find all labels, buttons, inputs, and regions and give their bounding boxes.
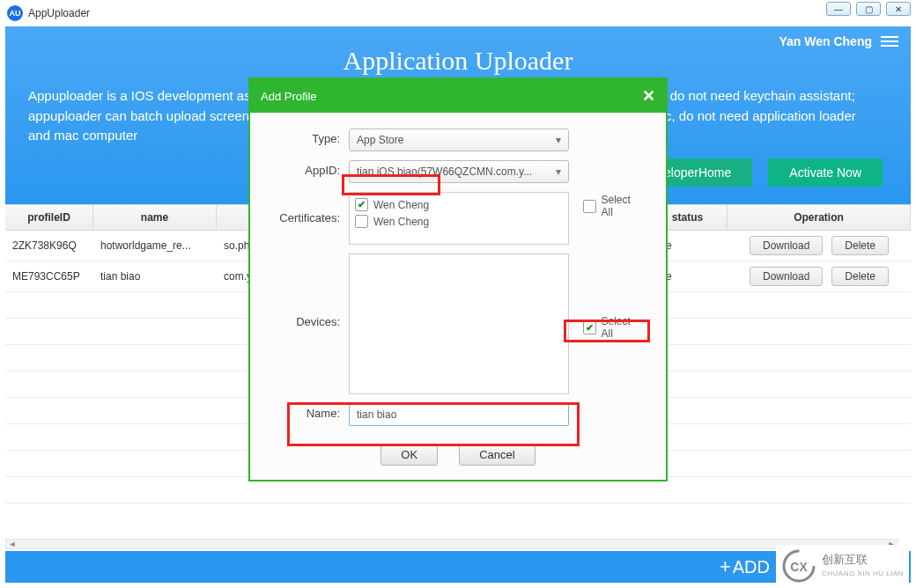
certs-select-all[interactable]: Select All [583,194,643,218]
checkbox-icon[interactable] [355,198,368,211]
add-profile-dialog: Add Profile ✕ Type: App Store AppID: tia… [248,77,668,481]
checkbox-icon[interactable] [583,200,596,213]
app-title: Application Uploader [28,46,888,76]
cert-label: Wen Cheng [373,216,429,228]
col-operation: Operation [728,205,911,230]
col-name: name [93,205,217,230]
type-label: Type: [273,129,349,145]
col-profileid: profileID [5,205,93,230]
cell-name: hotworldgame_re... [93,234,217,257]
add-bar[interactable]: + ADD [5,551,911,583]
devices-select-all[interactable]: Select All [583,315,643,340]
cell-id: 2ZK738K96Q [5,234,93,257]
close-icon[interactable]: ✕ [642,86,655,106]
ok-button[interactable]: OK [380,444,438,466]
user-name: Yan Wen Cheng [779,34,872,48]
devices-label: Devices: [273,254,349,328]
certificates-box: Wen Cheng Wen Cheng [349,192,569,245]
svg-text:CX: CX [790,560,808,574]
app-logo-icon: AU [7,5,23,21]
dialog-title: Add Profile [261,90,317,103]
delete-button[interactable]: Delete [831,267,889,286]
checkbox-icon[interactable] [583,321,596,334]
delete-button[interactable]: Delete [831,236,889,255]
horizontal-scrollbar[interactable]: ◄ ► [5,539,898,549]
select-all-label: Select All [602,315,643,340]
maximize-button[interactable]: ▢ [856,2,881,16]
scroll-left-icon[interactable]: ◄ [6,540,18,548]
close-window-button[interactable]: ✕ [886,2,911,16]
download-button[interactable]: Download [750,267,823,286]
activate-now-button[interactable]: Activate Now [768,158,883,187]
devices-box [349,254,569,394]
name-input[interactable] [349,403,569,426]
name-label: Name: [273,403,349,420]
window-titlebar: AU AppUploader — ▢ ✕ [0,0,916,26]
minimize-button[interactable]: — [826,2,851,16]
cell-id: ME793CC65P [5,265,93,288]
watermark-cn: 创新互联 [822,554,904,566]
window-title: AppUploader [28,7,90,19]
certificates-label: Certificates: [273,192,349,224]
add-label: ADD [733,557,770,577]
menu-icon[interactable] [881,33,898,49]
appid-select[interactable]: tian iOS biao(57W66QZCMN.com.y... [349,160,569,183]
cert-item[interactable]: Wen Cheng [355,196,563,213]
download-button[interactable]: Download [750,236,823,255]
cell-name: tian biao [93,265,217,288]
watermark-logo-icon: CX [781,548,816,584]
type-select[interactable]: App Store [349,129,569,151]
appid-label: AppID: [273,160,349,177]
watermark-en: CHUANG XIN HU LIAN [822,570,904,577]
cert-item[interactable]: Wen Cheng [355,213,563,230]
select-all-label: Select All [602,194,643,218]
cancel-button[interactable]: Cancel [459,444,535,466]
checkbox-icon[interactable] [355,215,368,228]
watermark: CX 创新互联 CHUANG XIN HU LIAN [776,545,909,587]
cert-label: Wen Cheng [373,199,429,211]
plus-icon: + [720,555,731,578]
